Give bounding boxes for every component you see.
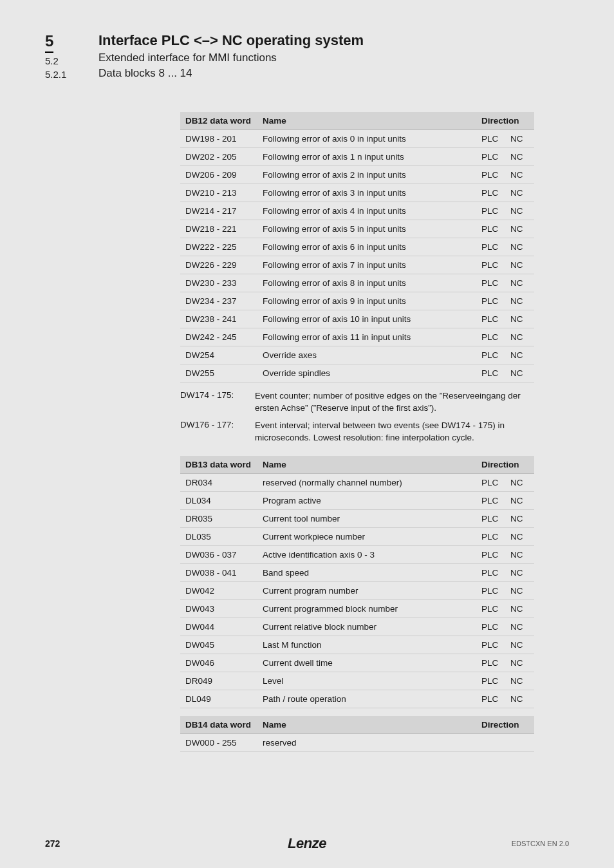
- cell-dataword: DW214 - 217: [180, 202, 257, 220]
- col-direction: Direction: [476, 716, 534, 734]
- cell-name: Following error of axis 3 in input units: [257, 184, 476, 202]
- cell-name: Current programmed block number: [257, 599, 476, 618]
- cell-direction-from: PLC: [476, 654, 505, 672]
- cell-direction-to: NC: [505, 256, 534, 274]
- cell-direction-to: NC: [505, 545, 534, 563]
- table-row: DW206 - 209Following error of axis 2 in …: [180, 166, 534, 184]
- cell-dataword: DW202 - 205: [180, 148, 257, 166]
- cell-direction-from: PLC: [476, 184, 505, 202]
- table-row: DW202 - 205Following error of axis 1 n i…: [180, 148, 534, 166]
- note-text: Event counter; number of positive edges …: [255, 390, 534, 415]
- cell-direction-to: NC: [505, 527, 534, 545]
- cell-dataword: DW206 - 209: [180, 166, 257, 184]
- cell-direction-from: PLC: [476, 563, 505, 581]
- cell-dataword: DR035: [180, 509, 257, 527]
- col-direction: Direction: [476, 112, 534, 130]
- table-row: DW234 - 237Following error of axis 9 in …: [180, 292, 534, 310]
- table-row: DW242 - 245Following error of axis 11 in…: [180, 328, 534, 346]
- col-direction: Direction: [476, 456, 534, 474]
- document-id: EDSTCXN EN 2.0: [512, 840, 569, 847]
- table-row: DR049LevelPLCNC: [180, 672, 534, 690]
- table-row: DW038 - 041Band speedPLCNC: [180, 563, 534, 581]
- note-text: Event interval; interval between two eve…: [255, 420, 534, 444]
- table-row: DW043Current programmed block numberPLCN…: [180, 599, 534, 618]
- cell-name: Following error of axis 6 in input units: [257, 238, 476, 256]
- cell-dataword: DW226 - 229: [180, 256, 257, 274]
- cell-name: Active identification axis 0 - 3: [257, 545, 476, 563]
- cell-name: Following error of axis 9 in input units: [257, 292, 476, 310]
- cell-direction-from: PLC: [476, 527, 505, 545]
- cell-direction-to: NC: [505, 654, 534, 672]
- cell-name: Path / route operation: [257, 690, 476, 708]
- cell-name: Program active: [257, 491, 476, 509]
- cell-name: Following error of axis 2 in input units: [257, 166, 476, 184]
- notes-block: DW174 - 175:Event counter; number of pos…: [180, 390, 534, 444]
- db13-table: DB13 data word Name Direction DR034reser…: [180, 456, 534, 708]
- page-header: 5 5.2 5.2.1 Interface PLC <–> NC operati…: [45, 32, 569, 80]
- cell-direction-to: NC: [505, 636, 534, 654]
- note-label: DW174 - 175:: [180, 390, 247, 415]
- cell-dataword: DW000 - 255: [180, 733, 257, 751]
- cell-direction-to: NC: [505, 238, 534, 256]
- cell-direction-from: PLC: [476, 581, 505, 599]
- table-row: DW214 - 217Following error of axis 4 in …: [180, 202, 534, 220]
- cell-direction-to: NC: [505, 581, 534, 599]
- cell-dataword: DW210 - 213: [180, 184, 257, 202]
- cell-dataword: DW242 - 245: [180, 328, 257, 346]
- page-container: 5 5.2 5.2.1 Interface PLC <–> NC operati…: [0, 0, 614, 868]
- cell-direction-to: NC: [505, 346, 534, 364]
- table-row: DR034reserved (normally channel number)P…: [180, 473, 534, 491]
- table-row: DW036 - 037Active identification axis 0 …: [180, 545, 534, 563]
- cell-name: Following error of axis 0 in input units: [257, 130, 476, 148]
- note-label: DW176 - 177:: [180, 420, 247, 444]
- cell-dataword: DL049: [180, 690, 257, 708]
- cell-direction-to: NC: [505, 672, 534, 690]
- cell-name: Current workpiece number: [257, 527, 476, 545]
- chapter-number: 5: [45, 32, 53, 53]
- cell-dataword: DW045: [180, 636, 257, 654]
- table-header-row: DB12 data word Name Direction: [180, 112, 534, 130]
- col-dataword: DB13 data word: [180, 456, 257, 474]
- subsection-title: Data blocks 8 ... 14: [98, 67, 364, 80]
- table-row: DW042Current program numberPLCNC: [180, 581, 534, 599]
- cell-name: reserved (normally channel number): [257, 473, 476, 491]
- cell-direction-from: [476, 733, 505, 751]
- col-dataword: DB12 data word: [180, 112, 257, 130]
- cell-name: Override axes: [257, 346, 476, 364]
- cell-direction-to: NC: [505, 274, 534, 292]
- subsection-number: 5.2.1: [45, 69, 80, 80]
- cell-name: Following error of axis 5 in input units: [257, 220, 476, 238]
- cell-direction-from: PLC: [476, 202, 505, 220]
- cell-direction-to: NC: [505, 618, 534, 636]
- cell-direction-to: NC: [505, 202, 534, 220]
- cell-direction-to: [505, 733, 534, 751]
- note-row: DW176 - 177:Event interval; interval bet…: [180, 420, 534, 444]
- col-name: Name: [257, 112, 476, 130]
- cell-dataword: DR049: [180, 672, 257, 690]
- section-title: Extended interface for MMI functions: [98, 52, 364, 64]
- cell-direction-from: PLC: [476, 328, 505, 346]
- cell-dataword: DL035: [180, 527, 257, 545]
- col-name: Name: [257, 716, 476, 734]
- page-number: 272: [45, 838, 60, 849]
- cell-direction-to: NC: [505, 130, 534, 148]
- table-row: DW218 - 221Following error of axis 5 in …: [180, 220, 534, 238]
- cell-dataword: DW230 - 233: [180, 274, 257, 292]
- cell-direction-to: NC: [505, 364, 534, 382]
- cell-direction-from: PLC: [476, 599, 505, 618]
- cell-direction-from: PLC: [476, 130, 505, 148]
- table-row: DW044Current relative block numberPLCNC: [180, 618, 534, 636]
- cell-direction-from: PLC: [476, 238, 505, 256]
- cell-direction-from: PLC: [476, 545, 505, 563]
- cell-direction-to: NC: [505, 310, 534, 328]
- cell-direction-from: PLC: [476, 256, 505, 274]
- cell-direction-from: PLC: [476, 274, 505, 292]
- cell-dataword: DW044: [180, 618, 257, 636]
- cell-name: Level: [257, 672, 476, 690]
- table-row: DW045Last M functionPLCNC: [180, 636, 534, 654]
- cell-direction-to: NC: [505, 184, 534, 202]
- cell-name: Current program number: [257, 581, 476, 599]
- cell-dataword: DW218 - 221: [180, 220, 257, 238]
- cell-dataword: DW255: [180, 364, 257, 382]
- table-row: DR035Current tool numberPLCNC: [180, 509, 534, 527]
